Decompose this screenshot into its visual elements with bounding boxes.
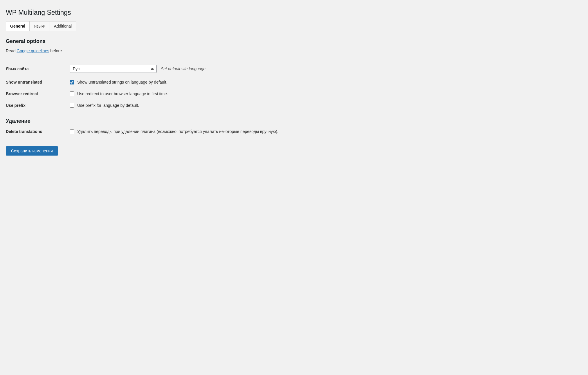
browser-redirect-checkbox[interactable] [70,91,74,96]
browser-redirect-description: Use redirect to user browser language in… [77,91,168,96]
show-untranslated-description: Show untranslated strings on language by… [77,80,167,84]
description-prefix: Read [6,48,17,53]
page-title: WP Multilang Settings [6,9,579,17]
show-untranslated-checkbox-row: Show untranslated strings on language by… [70,80,284,84]
show-untranslated-control: Show untranslated strings on language by… [70,76,284,88]
use-prefix-row: Use prefix Use prefix for language by de… [6,100,284,111]
delete-translations-row: Delete translations Удалить переводы при… [6,125,284,138]
delete-translations-checkbox-row: Удалить переводы при удалении плагина (в… [70,129,284,134]
tabs-container: General Языки Additional [6,21,579,31]
use-prefix-checkbox[interactable] [70,103,74,108]
site-language-row: Язык сайта Рус English Deutsch Français … [6,61,284,76]
show-untranslated-label: Show untranslated [6,76,70,88]
site-language-select[interactable]: Рус English Deutsch Français [70,65,157,73]
site-language-label: Язык сайта [6,61,70,76]
general-options-title: General options [6,38,284,44]
browser-redirect-checkbox-row: Use redirect to user browser language in… [70,91,284,96]
content-area: General options Read Google guidelines b… [6,38,284,156]
browser-redirect-control: Use redirect to user browser language in… [70,88,284,100]
save-button[interactable]: Сохранить изменения [6,146,58,156]
show-untranslated-checkbox[interactable] [70,80,74,84]
show-untranslated-row: Show untranslated Show untranslated stri… [6,76,284,88]
tab-languages[interactable]: Языки [29,21,50,31]
tab-additional[interactable]: Additional [50,21,76,31]
browser-redirect-label: Browser redirect [6,88,70,100]
lang-select-wrap: Рус English Deutsch Français Set default… [70,65,284,73]
settings-table: Язык сайта Рус English Deutsch Français … [6,61,284,111]
browser-redirect-row: Browser redirect Use redirect to user br… [6,88,284,100]
site-language-hint: Set default site language. [161,66,207,71]
use-prefix-label: Use prefix [6,100,70,111]
deletion-section-title: Удаление [6,118,284,124]
use-prefix-control: Use prefix for language by default. [70,100,284,111]
site-language-control: Рус English Deutsch Français Set default… [70,61,284,76]
tab-general[interactable]: General [6,21,30,31]
google-guidelines-link[interactable]: Google guidelines [17,48,49,53]
use-prefix-checkbox-row: Use prefix for language by default. [70,103,284,108]
delete-translations-checkbox[interactable] [70,129,74,134]
delete-translations-control: Удалить переводы при удалении плагина (в… [70,125,284,138]
description-text: Read Google guidelines before. [6,48,284,53]
deletion-settings-table: Delete translations Удалить переводы при… [6,125,284,138]
delete-translations-label: Delete translations [6,125,70,138]
delete-translations-description: Удалить переводы при удалении плагина (в… [77,129,278,134]
description-suffix: before. [49,48,63,53]
use-prefix-description: Use prefix for language by default. [77,103,139,108]
